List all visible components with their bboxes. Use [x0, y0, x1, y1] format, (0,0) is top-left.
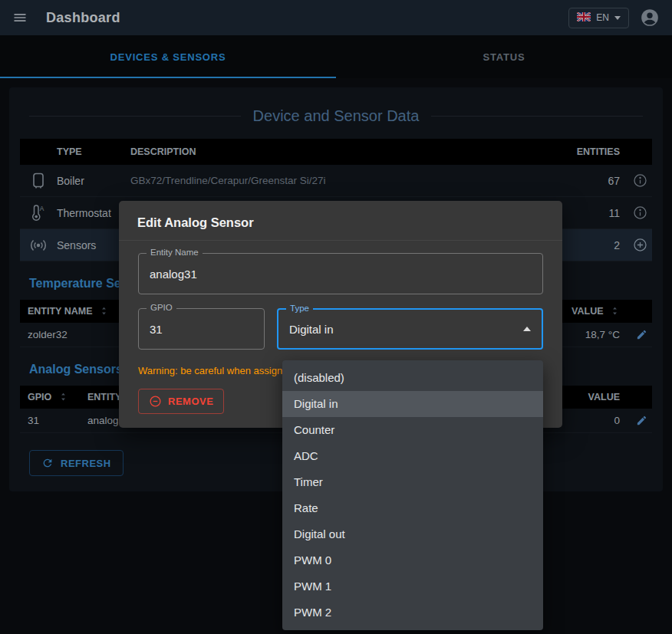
entity-name-label: Entity Name	[147, 248, 203, 257]
menu-item-disabled[interactable]: (disabled)	[282, 365, 543, 391]
dialog-title: Edit Analog Sensor	[119, 201, 562, 241]
entity-name-input[interactable]	[150, 268, 532, 281]
menu-item-pwm-0[interactable]: PWM 0	[282, 547, 543, 573]
minus-circle-icon	[149, 395, 162, 408]
menu-item-counter[interactable]: Counter	[282, 417, 543, 443]
menu-item-adc[interactable]: ADC	[282, 443, 543, 469]
menu-item-timer[interactable]: Timer	[282, 469, 543, 495]
menu-item-pwm-1[interactable]: PWM 1	[282, 573, 543, 600]
remove-button[interactable]: REMOVE	[138, 389, 224, 414]
menu-item-digital-in[interactable]: Digital in	[282, 391, 543, 417]
menu-item-pwm-2[interactable]: PWM 2	[282, 600, 543, 626]
entity-name-field: Entity Name	[138, 253, 543, 294]
type-label: Type	[286, 304, 313, 313]
chevron-up-icon	[523, 327, 531, 331]
gpio-label: GPIO	[147, 303, 176, 312]
type-selected-value: Digital in	[289, 323, 334, 336]
menu-item-rate[interactable]: Rate	[282, 495, 543, 521]
menu-item-digital-out[interactable]: Digital out	[282, 521, 543, 547]
type-select[interactable]: Type Digital in	[277, 308, 543, 350]
type-dropdown-menu: (disabled) Digital in Counter ADC Timer …	[282, 360, 543, 630]
gpio-input[interactable]	[150, 323, 253, 336]
gpio-field: GPIO	[138, 308, 265, 350]
